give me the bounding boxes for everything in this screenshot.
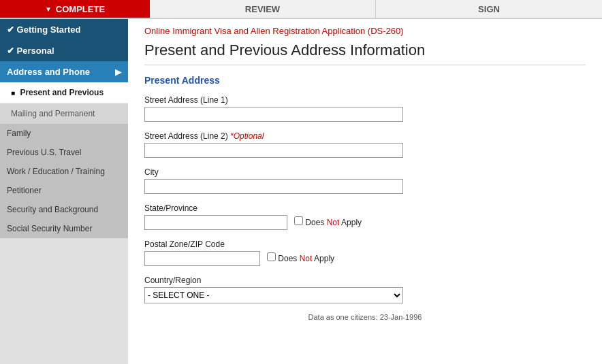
sidebar-item-security-background[interactable]: Security and Background — [0, 200, 128, 219]
tab-complete-label: COMPLETE — [56, 4, 105, 14]
postal-does-not-apply-label: Does Not Apply — [267, 252, 334, 263]
city-label: City — [144, 167, 586, 177]
country-group: Country/Region - SELECT ONE - — [144, 276, 586, 303]
state-does-not-apply-text: Does Not Apply — [305, 218, 362, 227]
expand-arrow-icon: ▶ — [115, 67, 121, 77]
date-note: Data as one citizens: 23-Jan-1996 — [144, 313, 586, 321]
tab-complete[interactable]: COMPLETE — [0, 0, 150, 18]
state-input[interactable] — [144, 215, 287, 230]
city-input[interactable] — [144, 179, 403, 194]
street1-label: Street Address (Line 1) — [144, 95, 586, 105]
street2-optional: *Optional — [230, 131, 264, 141]
state-does-not-apply-label: Does Not Apply — [294, 216, 362, 227]
sidebar-item-social-security[interactable]: Social Security Number — [0, 219, 128, 238]
sidebar-item-petitioner[interactable]: Petitioner — [0, 181, 128, 200]
sidebar-item-address-phone[interactable]: Address and Phone ▶ — [0, 61, 128, 82]
country-select[interactable]: - SELECT ONE - — [144, 287, 403, 303]
sidebar: ✔ Getting Started ✔ Personal Address and… — [0, 19, 128, 364]
security-background-label: Security and Background — [7, 205, 98, 214]
sidebar-item-family[interactable]: Family — [0, 124, 128, 143]
street2-label: Street Address (Line 2) *Optional — [144, 131, 586, 141]
main-layout: ✔ Getting Started ✔ Personal Address and… — [0, 19, 602, 364]
personal-label: ✔ Personal — [7, 46, 54, 56]
street2-input[interactable] — [144, 143, 403, 158]
petitioner-label: Petitioner — [7, 186, 42, 195]
tab-review-label: REVIEW — [245, 4, 280, 14]
tab-sign[interactable]: SIGN — [376, 0, 602, 18]
city-group: City — [144, 167, 586, 194]
present-previous-label: Present and Previous — [20, 88, 104, 97]
sidebar-item-personal[interactable]: ✔ Personal — [0, 40, 128, 61]
previous-travel-label: Previous U.S. Travel — [7, 148, 81, 157]
social-security-label: Social Security Number — [7, 224, 92, 233]
country-label: Country/Region — [144, 276, 586, 285]
sidebar-subitem-mailing-permanent[interactable]: Mailing and Permanent — [0, 103, 128, 124]
state-group: State/Province Does Not Apply — [144, 203, 586, 230]
app-title: Online Immigrant Visa and Alien Registra… — [144, 26, 586, 36]
postal-group: Postal Zone/ZIP Code Does Not Apply — [144, 239, 586, 266]
postal-inline: Does Not Apply — [144, 251, 586, 266]
sidebar-item-getting-started[interactable]: ✔ Getting Started — [0, 19, 128, 40]
postal-does-not-apply-checkbox[interactable] — [267, 252, 276, 261]
getting-started-label: ✔ Getting Started — [7, 24, 81, 35]
sidebar-subitem-present-previous[interactable]: ■ Present and Previous — [0, 82, 128, 103]
section-title: Present Address — [144, 75, 586, 86]
postal-label: Postal Zone/ZIP Code — [144, 239, 586, 249]
address-phone-label: Address and Phone — [7, 67, 90, 77]
postal-input[interactable] — [144, 251, 260, 266]
family-label: Family — [7, 129, 31, 138]
mailing-permanent-label: Mailing and Permanent — [11, 109, 95, 118]
top-navigation: COMPLETE REVIEW SIGN — [0, 0, 602, 19]
sidebar-item-work-education[interactable]: Work / Education / Training — [0, 162, 128, 181]
street2-group: Street Address (Line 2) *Optional — [144, 131, 586, 158]
postal-does-not-apply-text: Does Not Apply — [278, 254, 334, 263]
tab-sign-label: SIGN — [478, 4, 500, 14]
page-title: Present and Previous Address Information — [144, 42, 586, 65]
state-inline: Does Not Apply — [144, 215, 586, 230]
street1-input[interactable] — [144, 107, 403, 122]
state-label: State/Province — [144, 203, 586, 213]
content-area: Online Immigrant Visa and Alien Registra… — [128, 19, 602, 364]
bullet-icon: ■ — [11, 89, 15, 97]
sidebar-item-previous-travel[interactable]: Previous U.S. Travel — [0, 143, 128, 162]
state-does-not-apply-checkbox[interactable] — [294, 216, 303, 225]
street1-group: Street Address (Line 1) — [144, 95, 586, 122]
tab-review[interactable]: REVIEW — [150, 0, 376, 18]
work-education-label: Work / Education / Training — [7, 167, 105, 176]
